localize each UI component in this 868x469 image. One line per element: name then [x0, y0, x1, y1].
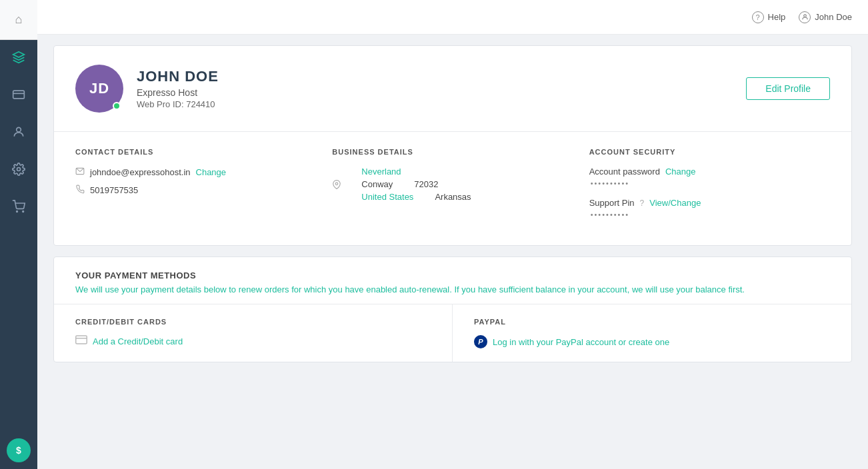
phone-icon: [75, 185, 85, 196]
users-icon: [12, 125, 25, 142]
pin-help-icon: ?: [640, 199, 645, 208]
pin-label-row: Support Pin ? View/Change: [589, 198, 830, 208]
pin-dots: ••••••••••: [591, 211, 830, 219]
help-label: Help: [768, 12, 786, 22]
contact-heading: CONTACT DETAILS: [75, 148, 316, 156]
layers-icon: [12, 51, 25, 67]
change-email-link[interactable]: Change: [196, 167, 227, 177]
credit-card-section: CREDIT/DEBIT CARDS Add a Credit/Debit ca…: [54, 304, 453, 362]
payment-methods: CREDIT/DEBIT CARDS Add a Credit/Debit ca…: [54, 304, 851, 362]
address-block: Neverland Conway 72032 United States Ark…: [361, 167, 471, 205]
details-section: CONTACT DETAILS johndoe@expressohost.in …: [54, 131, 851, 245]
svg-point-9: [336, 183, 339, 185]
credit-heading: CREDIT/DEBIT CARDS: [75, 318, 431, 326]
cart-icon: [12, 200, 25, 217]
support-pin-label: Support Pin: [589, 198, 635, 208]
balance-icon: $: [16, 445, 21, 456]
address-city-zip: Conway 72032: [361, 179, 471, 189]
profile-card: JD JOHN DOE Expresso Host Web Pro ID: 72…: [53, 45, 852, 246]
credit-card-icon: [75, 335, 87, 347]
payment-header: YOUR PAYMENT METHODS We will use your pa…: [54, 257, 851, 304]
payment-card: YOUR PAYMENT METHODS We will use your pa…: [53, 256, 852, 362]
profile-name: JOHN DOE: [137, 68, 219, 85]
paypal-link[interactable]: Log in with your PayPal account or creat…: [493, 337, 669, 347]
password-dots: ••••••••••: [591, 179, 830, 187]
avatar-initials: JD: [89, 80, 109, 97]
sidebar-item-billing[interactable]: [0, 77, 37, 115]
add-card-link[interactable]: Add a Credit/Debit card: [93, 336, 183, 346]
email-icon: [75, 167, 85, 178]
billing-icon: [12, 88, 25, 105]
password-label: Account password: [589, 167, 660, 177]
svg-point-6: [23, 211, 24, 212]
profile-role: Expresso Host: [137, 87, 219, 98]
user-menu[interactable]: John Doe: [799, 11, 852, 23]
address-state: Arkansas: [435, 192, 471, 205]
svg-point-5: [17, 211, 18, 212]
sidebar: ⌂ $: [0, 0, 37, 469]
help-button[interactable]: ? Help: [752, 11, 786, 23]
location-icon: [332, 180, 341, 191]
profile-id: Web Pro ID: 724410: [137, 99, 219, 109]
phone-row: 5019757535: [75, 185, 316, 196]
email-value: johndoe@expressohost.in: [90, 167, 191, 177]
paypal-heading: PAYPAL: [474, 318, 830, 326]
contact-details-block: CONTACT DETAILS johndoe@expressohost.in …: [75, 148, 316, 229]
svg-rect-1: [13, 91, 25, 99]
account-security-block: ACCOUNT SECURITY Account password Change…: [589, 148, 830, 229]
paypal-logo: P: [474, 335, 487, 348]
payment-heading: YOUR PAYMENT METHODS: [75, 270, 830, 280]
sidebar-item-users[interactable]: [0, 115, 37, 152]
business-heading: BUSINESS DETAILS: [332, 148, 573, 156]
address-country: United States: [361, 192, 413, 202]
help-icon: ?: [752, 11, 764, 23]
profile-info: JOHN DOE Expresso Host Web Pro ID: 72441…: [137, 68, 219, 109]
change-password-link[interactable]: Change: [665, 167, 696, 177]
gear-icon: [12, 163, 25, 179]
avatar-wrap: JD: [75, 65, 123, 113]
password-row: Account password Change ••••••••••: [589, 167, 830, 187]
page-content: JD JOHN DOE Expresso Host Web Pro ID: 72…: [37, 35, 868, 469]
topbar: ? Help John Doe: [37, 0, 868, 35]
phone-value: 5019757535: [90, 185, 138, 195]
paypal-section: PAYPAL P Log in with your PayPal account…: [453, 304, 851, 362]
svg-point-3: [17, 127, 21, 132]
sidebar-logo: ⌂: [0, 0, 37, 40]
payment-desc-plain: We will use your payment details below t…: [75, 284, 399, 294]
sidebar-item-layers[interactable]: [0, 40, 37, 77]
address-country-state: United States Arkansas: [361, 192, 471, 205]
svg-marker-0: [13, 51, 25, 57]
user-icon: [799, 11, 811, 23]
svg-point-4: [17, 167, 21, 171]
sidebar-balance[interactable]: $: [7, 438, 31, 462]
email-row: johndoe@expressohost.in Change: [75, 167, 316, 178]
business-details-block: BUSINESS DETAILS Neverland Conway 72032: [332, 148, 573, 229]
profile-left: JD JOHN DOE Expresso Host Web Pro ID: 72…: [75, 65, 219, 113]
security-heading: ACCOUNT SECURITY: [589, 148, 830, 156]
add-card-row: Add a Credit/Debit card: [75, 335, 431, 347]
svg-rect-10: [76, 336, 87, 344]
view-change-pin-link[interactable]: View/Change: [649, 198, 701, 208]
password-label-row: Account password Change: [589, 167, 830, 177]
user-label: John Doe: [815, 12, 852, 22]
address-row: Neverland Conway 72032 United States Ark…: [332, 167, 573, 205]
address-zip: 72032: [414, 179, 438, 189]
edit-profile-button[interactable]: Edit Profile: [746, 77, 830, 100]
sidebar-item-cart[interactable]: [0, 189, 37, 227]
svg-point-7: [804, 15, 807, 17]
payment-description: We will use your payment details below t…: [75, 284, 830, 294]
paypal-row: P Log in with your PayPal account or cre…: [474, 335, 830, 348]
address-line1: Neverland: [361, 167, 471, 177]
profile-section: JD JOHN DOE Expresso Host Web Pro ID: 72…: [54, 46, 851, 131]
sidebar-item-settings[interactable]: [0, 152, 37, 189]
payment-desc-end: If you have sufficient balance in your a…: [452, 284, 745, 294]
home-icon[interactable]: ⌂: [15, 13, 23, 27]
main-content: ? Help John Doe JD: [37, 0, 868, 469]
payment-desc-link: auto-renewal.: [399, 284, 452, 294]
support-pin-row: Support Pin ? View/Change ••••••••••: [589, 198, 830, 219]
address-city: Conway: [361, 179, 393, 189]
online-status-indicator: [113, 102, 121, 110]
